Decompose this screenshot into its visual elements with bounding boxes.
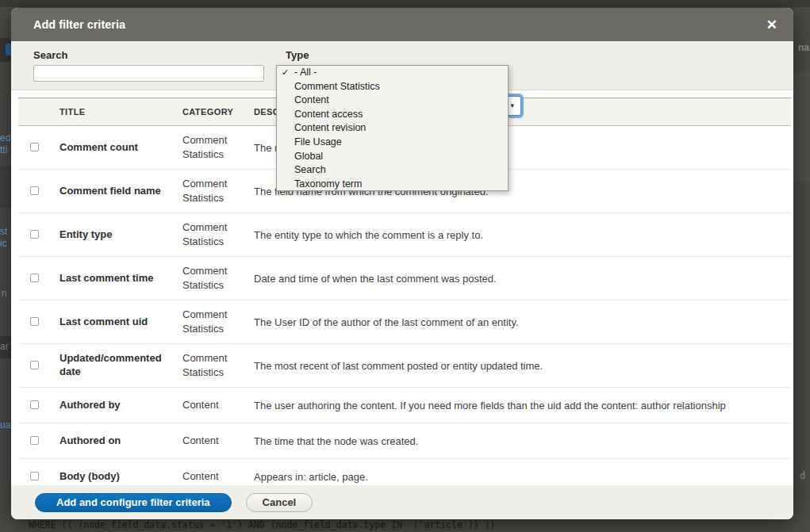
option-label: Search <box>294 164 326 175</box>
row-description: The entity type to which the comment is … <box>254 229 791 241</box>
option-label: File Usage <box>294 136 342 147</box>
row-title: Last comment time <box>60 272 182 285</box>
add-and-configure-button[interactable]: Add and configure filter criteria <box>35 493 232 512</box>
dropdown-option-all[interactable]: ✓ - All - <box>277 66 508 80</box>
backdrop-band <box>0 166 11 208</box>
dropdown-option[interactable]: Comment Statistics <box>277 80 508 94</box>
background-link-fragment: tti <box>0 145 7 155</box>
header-category: CATEGORY <box>182 106 254 118</box>
background-text-fragment: n <box>2 289 7 299</box>
table-row: Authored by Content The user authoring t… <box>18 388 791 423</box>
search-input[interactable] <box>33 65 264 82</box>
row-category: Comment Statistics <box>182 264 254 292</box>
cancel-button[interactable]: Cancel <box>246 493 313 512</box>
row-category: Content <box>182 398 254 412</box>
background-sql-preview: WHERE (( (node_field_data.status = '1') … <box>29 519 496 530</box>
row-category: Comment Statistics <box>182 308 254 335</box>
dropdown-option[interactable]: Search <box>277 163 508 178</box>
row-title: Updated/commented date <box>60 352 182 379</box>
row-checkbox[interactable] <box>30 436 39 445</box>
chevron-down-icon: ▾ <box>510 101 514 109</box>
background-link-fragment: st <box>0 227 7 237</box>
background-link-fragment: ed <box>0 133 10 144</box>
option-label: Taxonomy term <box>294 178 362 189</box>
row-description: The User ID of the author of the last co… <box>254 316 791 328</box>
backdrop-top-strip <box>0 0 810 7</box>
row-checkbox[interactable] <box>30 317 39 326</box>
table-row: Entity type Comment Statistics The entit… <box>18 213 791 257</box>
dropdown-option[interactable]: Content <box>277 94 508 108</box>
dropdown-option[interactable]: Content revision <box>277 121 508 136</box>
row-checkbox[interactable] <box>30 230 39 239</box>
row-category: Comment Statistics <box>182 351 254 379</box>
row-checkbox[interactable] <box>30 400 39 409</box>
row-title: Last comment uid <box>60 316 182 329</box>
dropdown-option[interactable]: Global <box>277 150 508 164</box>
option-label: Comment Statistics <box>294 81 380 92</box>
row-category: Content <box>182 469 254 484</box>
row-category: Comment Statistics <box>182 133 254 161</box>
row-description: The user authoring the content. If you n… <box>254 400 791 411</box>
row-title: Comment field name <box>60 185 182 198</box>
search-label: Search <box>33 49 67 61</box>
row-category: Content <box>182 434 254 448</box>
close-icon[interactable]: ✕ <box>763 17 781 33</box>
dropdown-option[interactable]: Taxonomy term <box>277 178 508 192</box>
row-checkbox[interactable] <box>30 361 39 369</box>
row-description: The time that the node was created. <box>254 435 791 447</box>
row-title: Authored by <box>60 399 182 412</box>
row-title: Entity type <box>60 228 182 242</box>
row-category: Comment Statistics <box>182 177 254 205</box>
row-checkbox[interactable] <box>30 472 39 480</box>
row-category: Comment Statistics <box>182 220 254 248</box>
option-label: Content access <box>294 109 363 120</box>
table-row: Last comment time Comment Statistics Dat… <box>18 257 791 300</box>
background-chip-fragment <box>6 44 11 55</box>
background-link-fragment: ua <box>0 420 10 431</box>
dropdown-option[interactable]: File Usage <box>277 136 508 150</box>
option-label: Content revision <box>294 122 366 133</box>
row-description: Appears in: article, page. <box>254 471 791 483</box>
modal-title: Add filter criteria <box>33 18 763 31</box>
backdrop-band <box>793 71 810 182</box>
modal-header: Add filter criteria ✕ <box>11 8 793 41</box>
row-checkbox[interactable] <box>30 143 39 151</box>
type-label: Type <box>286 49 309 61</box>
row-checkbox[interactable] <box>30 274 39 282</box>
row-checkbox[interactable] <box>30 186 39 195</box>
row-description: The most recent of last comment posted o… <box>254 360 791 372</box>
table-row: Body (body) Content Appears in: article,… <box>18 459 791 485</box>
background-link-fragment: ic <box>0 239 7 249</box>
row-title: Body (body) <box>60 470 182 484</box>
row-description: Date and time of when the last comment w… <box>254 273 791 285</box>
option-label: Content <box>294 94 329 105</box>
option-label: Global <box>294 151 323 162</box>
background-text-fragment: d <box>800 471 805 481</box>
table-row: Authored on Content The time that the no… <box>18 423 791 459</box>
row-title: Authored on <box>60 434 182 448</box>
dropdown-option[interactable]: Content access <box>277 108 508 122</box>
row-title: Comment count <box>60 141 182 155</box>
table-row: Last comment uid Comment Statistics The … <box>18 300 791 344</box>
table-row: Updated/commented date Comment Statistic… <box>18 344 791 388</box>
check-icon: ✓ <box>282 66 289 80</box>
modal-footer: Add and configure filter criteria Cancel <box>11 485 793 519</box>
background-text-fragment: ar <box>0 342 9 352</box>
option-label: - All - <box>294 67 317 78</box>
type-dropdown-menu: ✓ - All - Comment Statistics Content Con… <box>276 65 509 191</box>
background-text-fragment: na <box>798 43 809 53</box>
header-title: TITLE <box>60 107 182 117</box>
